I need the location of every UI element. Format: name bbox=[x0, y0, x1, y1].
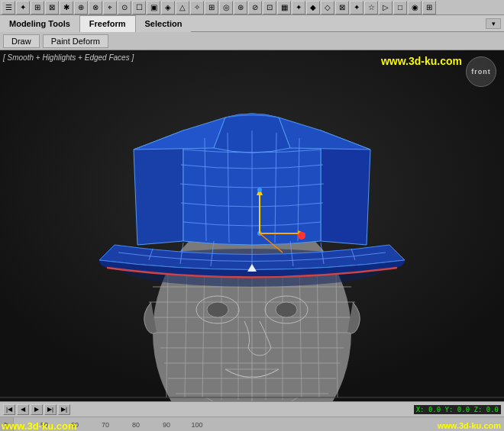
toolbar-icon-27[interactable]: ▷ bbox=[379, 1, 393, 14]
ruler-tick-80: 80 bbox=[121, 421, 151, 429]
timeline-ruler[interactable]: ▷ 50 60 70 80 90 100 www.3d-ku.com www.3… bbox=[0, 417, 504, 431]
sub-tab-paint-deform[interactable]: Paint Deform bbox=[43, 34, 108, 48]
coord-display: X: 0.0 Y: 0.0 Z: 0.0 bbox=[414, 405, 501, 414]
prev-frame-button[interactable]: ◀ bbox=[17, 404, 29, 415]
menu-bar: Modeling Tools Freeform Selection ▾ bbox=[0, 15, 504, 32]
toolbar-icon-15[interactable]: ⊞ bbox=[205, 1, 218, 14]
toolbar-icon-28[interactable]: □ bbox=[393, 1, 407, 14]
toolbar-icon-23[interactable]: ◇ bbox=[321, 1, 334, 14]
toolbar-icon-13[interactable]: △ bbox=[176, 1, 189, 14]
toolbar-icon-12[interactable]: ◈ bbox=[161, 1, 175, 14]
toolbar-icon-14[interactable]: ✧ bbox=[190, 1, 204, 14]
toolbar-icons: ☰ ✦ ⊞ ⊠ ✱ ⊕ ⊗ ⌖ ⊙ ☐ ▣ ◈ △ ✧ ⊞ ◎ ⊛ ⊘ ⊡ ▦ … bbox=[2, 1, 436, 14]
ruler-tick-90: 90 bbox=[151, 421, 182, 429]
toolbar-icon-10[interactable]: ☐ bbox=[132, 1, 146, 14]
toolbar-icon-20[interactable]: ▦ bbox=[277, 1, 291, 14]
goto-start-button[interactable]: |◀ bbox=[3, 404, 15, 415]
dropdown-button[interactable]: ▾ bbox=[486, 18, 501, 29]
ruler-tick-70: 70 bbox=[90, 421, 121, 429]
menu-tab-freeform[interactable]: Freeform bbox=[79, 15, 136, 32]
svg-point-48 bbox=[298, 232, 305, 240]
viewport-label: [ Smooth + Highlights + Edged Faces ] bbox=[3, 53, 134, 62]
sub-tab-draw[interactable]: Draw bbox=[3, 34, 40, 48]
toolbar-icon-30[interactable]: ⊞ bbox=[422, 1, 436, 14]
playback-controls: |◀ ◀ ▶ ▶| ▶| bbox=[3, 404, 70, 415]
toolbar-icon-1[interactable]: ☰ bbox=[2, 1, 15, 14]
main-toolbar: ☰ ✦ ⊞ ⊠ ✱ ⊕ ⊗ ⌖ ⊙ ☐ ▣ ◈ △ ✧ ⊞ ◎ ⊛ ⊘ ⊡ ▦ … bbox=[0, 0, 504, 15]
toolbar-icon-7[interactable]: ⊗ bbox=[89, 1, 102, 14]
viewport-3d: [ Smooth + Highlights + Edged Faces ] fr… bbox=[0, 50, 504, 401]
view-indicator[interactable]: front bbox=[466, 56, 496, 87]
toolbar-icon-11[interactable]: ▣ bbox=[147, 1, 160, 14]
toolbar-icon-2[interactable]: ✦ bbox=[16, 1, 30, 14]
play-button[interactable]: ▶ bbox=[31, 404, 43, 415]
scene-svg bbox=[0, 50, 504, 401]
watermark-top: www.3d-ku.com bbox=[381, 55, 462, 67]
toolbar-icon-26[interactable]: ☆ bbox=[364, 1, 378, 14]
toolbar-icon-17[interactable]: ⊛ bbox=[234, 1, 247, 14]
watermark-right: www.3d-ku.com bbox=[438, 421, 501, 430]
toolbar-icon-6[interactable]: ⊕ bbox=[74, 1, 88, 14]
menu-tab-selection[interactable]: Selection bbox=[136, 15, 192, 32]
toolbar-icon-3[interactable]: ⊞ bbox=[31, 1, 44, 14]
toolbar-icon-4[interactable]: ⊠ bbox=[45, 1, 59, 14]
toolbar-icon-5[interactable]: ✱ bbox=[60, 1, 73, 14]
toolbar-icon-8[interactable]: ⌖ bbox=[103, 1, 117, 14]
status-bar: |◀ ◀ ▶ ▶| ▶| X: 0.0 Y: 0.0 Z: 0.0 bbox=[0, 401, 504, 417]
toolbar-icon-19[interactable]: ⊡ bbox=[263, 1, 276, 14]
watermark-bottom: www.3d-ku.com bbox=[2, 420, 76, 431]
toolbar-icon-16[interactable]: ◎ bbox=[219, 1, 233, 14]
sub-toolbar: Draw Paint Deform bbox=[0, 32, 504, 50]
toolbar-icon-21[interactable]: ✦ bbox=[292, 1, 305, 14]
svg-point-26 bbox=[276, 302, 297, 317]
svg-point-49 bbox=[257, 188, 262, 192]
toolbar-icon-9[interactable]: ⊙ bbox=[118, 1, 131, 14]
toolbar-icon-22[interactable]: ◆ bbox=[306, 1, 320, 14]
toolbar-icon-24[interactable]: ⊠ bbox=[335, 1, 349, 14]
view-sphere: front bbox=[466, 56, 496, 87]
toolbar-icon-18[interactable]: ⊘ bbox=[248, 1, 262, 14]
goto-end-button[interactable]: ▶| bbox=[58, 404, 70, 415]
view-name-label: front bbox=[471, 68, 491, 76]
toolbar-icon-29[interactable]: ◉ bbox=[408, 1, 422, 14]
ruler-tick-100: 100 bbox=[182, 421, 212, 429]
next-frame-button[interactable]: ▶| bbox=[44, 404, 57, 415]
svg-point-24 bbox=[207, 302, 228, 317]
toolbar-icon-25[interactable]: ✦ bbox=[350, 1, 363, 14]
menu-tab-modeling[interactable]: Modeling Tools bbox=[0, 15, 79, 32]
